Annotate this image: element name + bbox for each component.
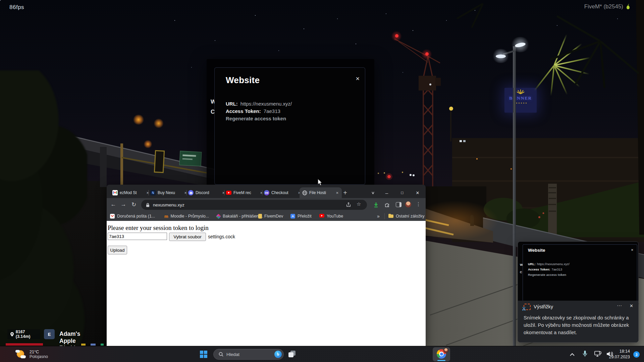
microphone-icon[interactable] [582, 350, 588, 359]
bookmark-label: FivemDev [264, 214, 283, 219]
notification-count-badge[interactable]: 3 [633, 351, 640, 358]
dialog-title: Website [226, 75, 260, 85]
notification-body: Snímek obrazovky se zkopíroval do schrán… [524, 314, 634, 336]
minimize-button[interactable]: – [381, 189, 392, 197]
fivem-brand-text: FiveM* (b2545) [584, 3, 623, 10]
upload-button[interactable]: Upload [108, 246, 127, 254]
download-extension-icon[interactable] [373, 202, 379, 208]
folder-icon [388, 214, 393, 219]
street-lamp-glow [154, 119, 164, 128]
document-icon [258, 214, 262, 219]
weather-widget[interactable]: 21°C Polojasno [16, 348, 73, 360]
street-lamp-glow [144, 140, 152, 148]
status-bar-green [101, 344, 104, 346]
tab-discord[interactable]: Discord ✕ [186, 187, 228, 198]
url-label: URL: [226, 101, 238, 107]
close-icon[interactable]: ✕ [630, 303, 633, 308]
new-tab-button[interactable]: + [341, 188, 350, 197]
health-bar [6, 343, 43, 346]
status-bar-blue [91, 344, 96, 346]
token-row: Access Token:7ae313 [226, 108, 280, 114]
chrome-profile-avatar [443, 348, 448, 353]
token-label: Access Token: [528, 267, 550, 271]
more-options-icon[interactable]: ⋯ [617, 303, 622, 309]
tab-file-hosting-active[interactable]: File Hosti ✕ [300, 187, 342, 198]
profile-avatar[interactable] [405, 201, 411, 207]
tab-label: Checkout [271, 190, 295, 195]
bookmark-label: Přeložit [298, 214, 312, 219]
choose-file-button[interactable]: Vybrat soubor [169, 233, 206, 241]
fps-counter: 86fps [9, 4, 24, 11]
start-button[interactable] [200, 351, 207, 358]
bookmark-bakalari[interactable]: Bakaláři - přihlášení... [217, 213, 263, 220]
extensions-puzzle-icon[interactable] [384, 202, 390, 207]
mini-website-dialog: Website ✕ URL:https://nexusmenu.xyz/ Acc… [523, 244, 637, 301]
snip-notification[interactable]: W C Website ✕ URL:https://nexusmenu.xyz/… [518, 241, 639, 343]
nexus-icon: N [150, 190, 156, 195]
url-row: URL:https://nexusmenu.xyz/ [226, 101, 292, 107]
menu-kebab-icon[interactable]: ⋮ [416, 201, 421, 207]
tab-ezmod[interactable]: ezMod St ✕ [110, 187, 152, 198]
youtube-icon [226, 190, 231, 195]
close-window-button[interactable]: ✕ [412, 189, 423, 197]
address-bar[interactable]: nexusmenu.xyz ☆ [141, 200, 367, 210]
tab-checkout[interactable]: EM Checkout ✕ [262, 187, 304, 198]
occluded-text: C [520, 270, 522, 274]
bookmark-fivemdev[interactable]: FivemDev [258, 213, 283, 220]
bookmark-moodle[interactable]: m Moodle - Průmyslo... [164, 213, 209, 220]
back-button[interactable]: ← [110, 201, 117, 208]
forward-button[interactable]: → [120, 201, 127, 208]
screenshot-preview: W C Website ✕ URL:https://nexusmenu.xyz/… [518, 242, 638, 301]
lock-icon [146, 203, 150, 207]
discord-icon [188, 190, 194, 195]
screen: BANNER 86fps FiveM* (b2545) [0, 0, 644, 362]
tab-search-chevron[interactable]: ∨ [368, 190, 378, 196]
tray-clock-date[interactable]: 29.07.2023 [604, 355, 630, 359]
gmail-icon [112, 190, 118, 195]
session-token-input[interactable] [108, 233, 167, 240]
close-icon[interactable]: ✕ [356, 76, 360, 82]
tab-buy-nexus[interactable]: N Buy Nexu ✕ [148, 187, 190, 198]
regenerate-token-link: Regenerate access token [528, 273, 566, 277]
task-view-button[interactable] [288, 351, 297, 358]
bookmarks-bar: Doručená pošta (1... m Moodle - Průmyslo… [107, 212, 426, 221]
search-icon [219, 352, 223, 357]
bookmark-label: Bakaláři - přihlášení... [223, 214, 263, 219]
em-badge-icon: EM [264, 190, 269, 195]
snipping-tool-icon [524, 304, 531, 310]
reload-button[interactable]: ↻ [130, 201, 138, 208]
lamp-head-glow [492, 49, 510, 63]
waypoint-distance: 8167 (3.14m) [16, 329, 40, 339]
network-icon[interactable] [594, 351, 602, 359]
notification-app-name: Výstřižky [534, 304, 553, 309]
regenerate-token-link[interactable]: Regenerate access token [226, 116, 286, 121]
search-box[interactable]: Hledat b [213, 349, 284, 360]
waypoint-pill: 8167 (3.14m) [7, 329, 40, 339]
bakalari-icon [216, 214, 221, 219]
tab-close-icon[interactable]: ✕ [335, 191, 339, 195]
key-badge: E [44, 329, 55, 339]
tray-clock-time[interactable]: 18:14 [611, 349, 630, 354]
fivem-brand: FiveM* (b2545) [570, 3, 631, 10]
tab-label: File Hosti [309, 190, 333, 195]
weather-icon [16, 349, 26, 359]
active-indicator [437, 360, 445, 361]
other-bookmarks-folder[interactable]: Ostatní záložky [388, 213, 424, 220]
bookmark-star-icon[interactable]: ☆ [357, 201, 361, 207]
other-bookmarks-label: Ostatní záložky [396, 214, 424, 219]
bookmark-youtube[interactable]: YouTube [319, 213, 343, 220]
bookmark-translate[interactable]: A Přeložit [290, 213, 312, 220]
session-token-prompt: Please enter your session token to login [108, 224, 209, 232]
url-value: https://nexusmenu.xyz/ [240, 101, 292, 107]
bookmarks-overflow-chevrons[interactable]: » [377, 213, 380, 220]
browser-window: ezMod St ✕ N Buy Nexu ✕ Discord ✕ FiveM … [107, 185, 426, 346]
translate-icon: A [290, 214, 295, 219]
tray-expand-chevron[interactable] [570, 352, 575, 358]
side-panel-icon[interactable] [396, 202, 401, 207]
construction-crane [394, 34, 441, 186]
bookmark-gmail[interactable]: Doručená pošta (1... [110, 213, 155, 220]
token-label: Access Token: [226, 108, 261, 114]
maximize-button[interactable]: □ [397, 189, 408, 197]
tab-fivem-video[interactable]: FiveM rec ✕ [224, 187, 266, 198]
chrome-taskbar-active[interactable] [433, 347, 450, 361]
